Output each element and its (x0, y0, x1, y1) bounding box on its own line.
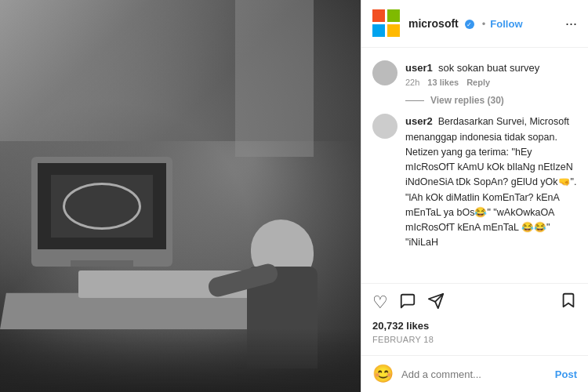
comment-item: user1 sok sokan buat survey 22h 13 likes… (361, 56, 588, 92)
logo-yellow (387, 24, 400, 37)
post-image (0, 0, 361, 392)
logo-red (372, 9, 385, 22)
view-replies-text: View replies (30) (430, 95, 504, 106)
follow-button[interactable]: Follow (490, 18, 522, 30)
comment-body: user2 Berdasarkan Survei, Microsoft mena… (405, 114, 577, 249)
instagram-panel: microsoft • Follow ··· user1 sok sokan b… (361, 0, 588, 392)
avatar (372, 114, 397, 139)
comment-item: user2 Berdasarkan Survei, Microsoft mena… (361, 109, 588, 254)
more-options-button[interactable]: ··· (557, 16, 577, 32)
reply-button[interactable]: Reply (466, 78, 490, 87)
like-button[interactable]: ♡ (372, 292, 388, 313)
username[interactable]: microsoft (408, 17, 459, 30)
microsoft-logo (372, 9, 401, 38)
comment-time: 22h (405, 78, 419, 87)
verified-badge (465, 20, 474, 29)
post-date: February 18 (372, 335, 577, 344)
replies-line (405, 100, 424, 101)
post-comment-button[interactable]: Post (555, 368, 577, 380)
share-button[interactable] (427, 292, 445, 314)
comment-meta: 22h 13 likes Reply (405, 78, 577, 87)
comments-section: user1 sok sokan buat survey 22h 13 likes… (361, 48, 588, 283)
add-comment-bar: 😊 Post (361, 355, 588, 392)
view-replies-button[interactable]: View replies (30) (361, 92, 588, 109)
comment-body: user1 sok sokan buat survey 22h 13 likes… (405, 60, 577, 87)
logo-blue (372, 24, 385, 37)
bookmark-button[interactable] (560, 292, 577, 314)
comment-button[interactable] (399, 292, 416, 314)
comment-input[interactable] (401, 368, 547, 380)
comment-text: user1 sok sokan buat survey (405, 62, 539, 74)
commenter-username[interactable]: user2 (405, 115, 433, 127)
logo-green (387, 9, 400, 22)
avatar (372, 60, 397, 85)
emoji-picker-button[interactable]: 😊 (372, 364, 394, 384)
comment-text: user2 Berdasarkan Survei, Microsoft mena… (405, 116, 576, 248)
action-icons-bar: ♡ (372, 292, 577, 314)
comment-likes: 13 likes (427, 78, 459, 87)
post-header: microsoft • Follow ··· (361, 0, 588, 48)
post-actions: ♡ 20,732 likes February 18 (361, 283, 588, 355)
likes-count: 20,732 likes (372, 320, 577, 332)
commenter-username[interactable]: user1 (405, 62, 433, 74)
dot-separator: • (482, 18, 486, 30)
